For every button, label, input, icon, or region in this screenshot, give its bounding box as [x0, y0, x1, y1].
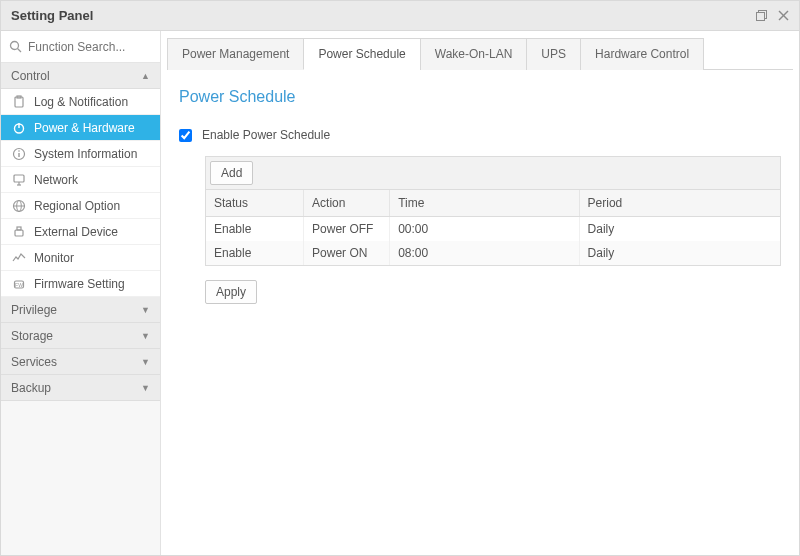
svg-rect-19: [15, 230, 23, 236]
schedule-table: Status Action Time Period Enable Power O…: [206, 190, 780, 265]
search-icon: [9, 40, 22, 53]
power-icon: [11, 120, 27, 136]
search-input[interactable]: [28, 40, 152, 54]
col-action[interactable]: Action: [304, 190, 390, 217]
col-status[interactable]: Status: [206, 190, 304, 217]
col-time[interactable]: Time: [390, 190, 579, 217]
apply-row: Apply: [205, 280, 781, 304]
settings-window: Setting Panel Control ▲ Log & Notificati…: [0, 0, 800, 556]
window-title: Setting Panel: [11, 8, 93, 23]
sidebar-item-label: External Device: [34, 225, 118, 239]
section-label: Services: [11, 355, 57, 369]
table-row[interactable]: Enable Power ON 08:00 Daily: [206, 241, 780, 265]
section-label: Privilege: [11, 303, 57, 317]
tabbar: Power Management Power Schedule Wake-On-…: [167, 37, 793, 70]
section-privilege[interactable]: Privilege ▼: [1, 297, 160, 323]
section-label: Control: [11, 69, 50, 83]
sidebar-item-network[interactable]: Network: [1, 167, 160, 193]
titlebar: Setting Panel: [1, 1, 799, 31]
enable-schedule-label: Enable Power Schedule: [202, 128, 330, 142]
tab-content: Power Schedule Enable Power Schedule Add…: [167, 70, 793, 549]
apply-button[interactable]: Apply: [205, 280, 257, 304]
enable-schedule-row: Enable Power Schedule: [179, 128, 781, 142]
chevron-down-icon: ▼: [141, 305, 150, 315]
sidebar-item-power-hardware[interactable]: Power & Hardware: [1, 115, 160, 141]
svg-rect-1: [757, 12, 765, 20]
chevron-down-icon: ▼: [141, 357, 150, 367]
sidebar-item-label: Firmware Setting: [34, 277, 125, 291]
info-icon: [11, 146, 27, 162]
svg-rect-20: [17, 227, 21, 230]
svg-text:FW: FW: [15, 281, 23, 287]
section-label: Storage: [11, 329, 53, 343]
svg-rect-13: [14, 175, 24, 182]
tab-ups[interactable]: UPS: [526, 38, 581, 70]
sidebar-item-external-device[interactable]: External Device: [1, 219, 160, 245]
svg-line-5: [18, 49, 22, 53]
tab-wake-on-lan[interactable]: Wake-On-LAN: [420, 38, 528, 70]
tab-hardware-control[interactable]: Hardware Control: [580, 38, 704, 70]
sidebar-item-label: Network: [34, 173, 78, 187]
table-row[interactable]: Enable Power OFF 00:00 Daily: [206, 217, 780, 242]
sidebar-item-label: Monitor: [34, 251, 74, 265]
schedule-table-wrap: Add Status Action Time Period: [205, 156, 781, 266]
page-title: Power Schedule: [179, 88, 781, 106]
cell-action: Power OFF: [304, 217, 390, 242]
tab-power-schedule[interactable]: Power Schedule: [303, 38, 420, 70]
external-device-icon: [11, 224, 27, 240]
cell-action: Power ON: [304, 241, 390, 265]
chevron-down-icon: ▼: [141, 383, 150, 393]
close-icon[interactable]: [778, 10, 789, 21]
sidebar-item-label: Power & Hardware: [34, 121, 135, 135]
network-icon: [11, 172, 27, 188]
cell-status: Enable: [206, 241, 304, 265]
sidebar-item-label: Log & Notification: [34, 95, 128, 109]
cell-period: Daily: [579, 217, 780, 242]
section-label: Backup: [11, 381, 51, 395]
sidebar-item-system-information[interactable]: System Information: [1, 141, 160, 167]
main-panel: Power Management Power Schedule Wake-On-…: [161, 31, 799, 555]
sidebar-item-regional-option[interactable]: Regional Option: [1, 193, 160, 219]
section-control[interactable]: Control ▲: [1, 63, 160, 89]
sidebar-item-label: System Information: [34, 147, 137, 161]
chevron-up-icon: ▲: [141, 71, 150, 81]
section-backup[interactable]: Backup ▼: [1, 375, 160, 401]
firmware-icon: FW: [11, 276, 27, 292]
svg-point-4: [11, 42, 19, 50]
add-button[interactable]: Add: [210, 161, 253, 185]
enable-schedule-checkbox[interactable]: [179, 129, 192, 142]
restore-icon[interactable]: [756, 10, 768, 22]
cell-status: Enable: [206, 217, 304, 242]
cell-time: 08:00: [390, 241, 579, 265]
section-services[interactable]: Services ▼: [1, 349, 160, 375]
tab-power-management[interactable]: Power Management: [167, 38, 304, 70]
chevron-down-icon: ▼: [141, 331, 150, 341]
cell-period: Daily: [579, 241, 780, 265]
svg-point-12: [18, 150, 20, 152]
sidebar-item-log-notification[interactable]: Log & Notification: [1, 89, 160, 115]
monitor-icon: [11, 250, 27, 266]
table-toolbar: Add: [206, 157, 780, 190]
cell-time: 00:00: [390, 217, 579, 242]
section-storage[interactable]: Storage ▼: [1, 323, 160, 349]
search-box: [1, 31, 160, 63]
table-header-row: Status Action Time Period: [206, 190, 780, 217]
sidebar-item-monitor[interactable]: Monitor: [1, 245, 160, 271]
window-body: Control ▲ Log & Notification Power & Har…: [1, 31, 799, 555]
sidebar-item-firmware-setting[interactable]: FW Firmware Setting: [1, 271, 160, 297]
sidebar-item-label: Regional Option: [34, 199, 120, 213]
sidebar: Control ▲ Log & Notification Power & Har…: [1, 31, 161, 555]
globe-icon: [11, 198, 27, 214]
col-period[interactable]: Period: [579, 190, 780, 217]
clipboard-icon: [11, 94, 27, 110]
